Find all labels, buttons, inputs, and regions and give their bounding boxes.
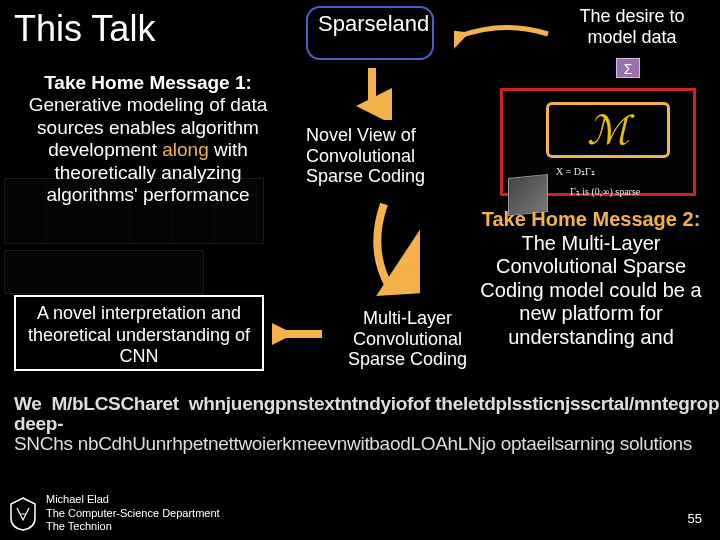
equation-gamma-sparse: Γ₁ is (0,∞) sparse: [570, 186, 640, 197]
cnn-interpretation-box: A novel interpretation and theoretical u…: [14, 295, 264, 371]
smeared-line-2: SNChs nbCdhUunrhpetnettwoierkmeevnwitbao…: [14, 434, 706, 454]
technion-logo: [8, 496, 38, 532]
overlapping-conclusion-text: We M/bLCSCharet whnjuengpnstextntndyiofo…: [14, 394, 706, 454]
desire-model-data-label: The desire to model data: [562, 6, 702, 47]
novel-view-label: Novel View of Convolutional Sparse Codin…: [306, 125, 464, 187]
arrow-mlcsc-to-cnn: [272, 320, 328, 350]
arrow-desire-to-sparseland: [454, 22, 554, 52]
multi-layer-csc-label: Multi-Layer Convolutional Sparse Coding: [330, 308, 485, 370]
arrow-sparseland-down: [352, 64, 392, 120]
slide-title: This Talk: [14, 8, 155, 50]
m-model-graphic: ℳ X = D₁Γ₁ Γ₁ is (0,∞) sparse: [500, 88, 696, 208]
footer-credits: Michael Elad The Computer-Science Depart…: [46, 493, 220, 534]
msg1-along-word: along: [162, 139, 209, 160]
sigma-icon: Σ: [616, 58, 640, 78]
sparseland-box: Sparseland: [306, 6, 434, 60]
page-number: 55: [688, 511, 702, 526]
footer-inst: The Technion: [46, 520, 220, 534]
take-home-message-1: Take Home Message 1: Generative modeling…: [14, 72, 282, 206]
background-plot-2: [4, 250, 204, 294]
msg2-body: The Multi-Layer Convolutional Sparse Cod…: [480, 232, 701, 348]
msg2-heading: Take Home Message 2:: [482, 208, 701, 230]
take-home-message-2: Take Home Message 2: The Multi-Layer Con…: [476, 208, 706, 350]
equation-x-d1g1: X = D₁Γ₁: [556, 166, 595, 177]
m-script-box: ℳ: [546, 102, 670, 158]
smeared-line-1: We M/bLCSCharet whnjuengpnstextntndyiofo…: [14, 394, 706, 434]
footer-dept: The Computer-Science Department: [46, 507, 220, 521]
footer-name: Michael Elad: [46, 493, 220, 507]
msg1-heading: Take Home Message 1:: [44, 72, 252, 93]
arrow-novelview-down: [360, 200, 420, 300]
